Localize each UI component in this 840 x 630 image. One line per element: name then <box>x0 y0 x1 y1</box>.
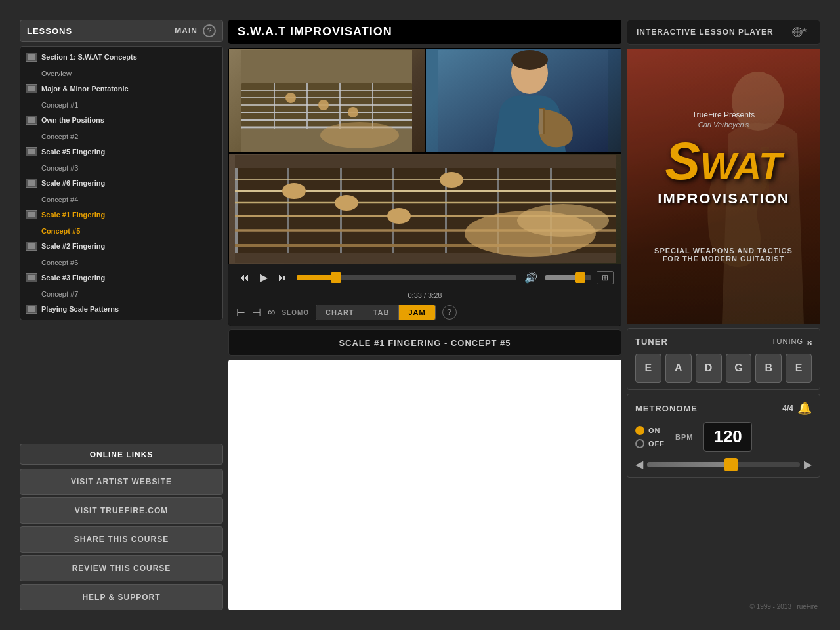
volume-bar[interactable] <box>545 275 591 280</box>
loop-button[interactable]: ∞ <box>268 306 275 318</box>
online-links-header: ONLINE LINKS <box>20 444 223 465</box>
video-cell-instructor <box>425 48 622 153</box>
lesson-item-concept2[interactable]: Concept #2 <box>20 128 222 144</box>
truefire-logo <box>784 26 810 39</box>
string-btn-2[interactable]: D <box>696 354 722 383</box>
string-btn-3[interactable]: G <box>726 354 752 383</box>
lessons-title: LESSONS <box>27 26 169 36</box>
lesson-section-scale2[interactable]: Scale #2 Fingering <box>20 238 222 254</box>
svg-rect-26 <box>287 168 289 253</box>
lesson-section-scale6[interactable]: Scale #6 Fingering <box>20 175 222 191</box>
svg-point-14 <box>348 107 358 117</box>
lesson-section-label-scale2: Scale #2 Fingering <box>41 242 105 250</box>
lesson-section-playing-scale[interactable]: Playing Scale Patterns <box>20 301 222 317</box>
review-course-button[interactable]: REVIEW THIS COURSE <box>20 555 223 581</box>
lesson-item-label-concept5: Concept #5 <box>41 227 80 235</box>
lesson-item-concept4[interactable]: Concept #4 <box>20 191 222 207</box>
bpm-value[interactable]: 120 <box>704 422 751 452</box>
cover-swat-logo: SWAT <box>654 135 793 188</box>
lesson-section-own-positions[interactable]: Own the Positions <box>20 112 222 128</box>
metro-on-row[interactable]: ON <box>635 426 665 435</box>
prev-lesson-button[interactable]: ⊢ <box>236 306 245 319</box>
course-cover: TrueFire Presents Carl Verheyen's SWAT I… <box>627 49 820 324</box>
cover-tagline-2: FOR THE MODERN GUITARIST <box>654 255 793 262</box>
rewind-button[interactable]: ⏮ <box>236 270 252 285</box>
metro-left-arrow[interactable]: ◀ <box>635 458 643 471</box>
lesson-section-scale5[interactable]: Scale #5 Fingering <box>20 144 222 159</box>
play-button[interactable]: ▶ <box>257 270 270 285</box>
visit-artist-button[interactable]: VISIT ARTIST WEBSITE <box>20 469 223 495</box>
string-btn-4[interactable]: B <box>755 354 782 383</box>
string-btn-5[interactable]: E <box>786 354 812 383</box>
volume-icon: 🔊 <box>522 270 540 285</box>
lesson-icon-scale2 <box>26 242 37 251</box>
time-display: 0:33 / 3:28 <box>408 291 442 299</box>
lesson-icon-scale6 <box>26 178 37 188</box>
lesson-item-concept3[interactable]: Concept #3 <box>20 159 222 175</box>
tab-tab[interactable]: TAB <box>364 305 400 320</box>
string-btn-0[interactable]: E <box>635 354 662 383</box>
svg-point-15 <box>320 122 399 148</box>
bpm-label: BPM <box>675 433 693 441</box>
metronome-title: METRONOME <box>635 404 698 413</box>
lesson-item-concept5[interactable]: Concept #5 <box>20 222 222 238</box>
help-support-button[interactable]: HELP & SUPPORT <box>20 584 223 610</box>
progress-row: ⏮ ▶ ⏭ 🔊 ⊞ <box>236 270 614 285</box>
metro-radio-group: ON OFF <box>635 426 665 448</box>
tuner-section: TUNER TUNING 𝄪 EADGBE <box>627 328 820 390</box>
cover-presents: TrueFire Presents <box>654 110 793 119</box>
metro-slider[interactable] <box>647 462 800 467</box>
interactive-header: INTERACTIVE LESSON PLAYER <box>627 20 820 45</box>
metronome-icon: 🔔 <box>797 401 812 415</box>
lesson-item-label-concept2: Concept #2 <box>41 133 78 140</box>
svg-rect-27 <box>340 168 342 253</box>
video-title: S.W.A.T IMPROVISATION <box>238 25 392 38</box>
video-header: S.W.A.T IMPROVISATION <box>228 20 621 44</box>
svg-point-18 <box>511 50 548 70</box>
visit-truefire-button[interactable]: VISIT TRUEFIRE.COM <box>20 497 223 524</box>
lessons-header: LESSONS MAIN ? <box>20 20 223 42</box>
metro-on-radio[interactable] <box>635 426 644 435</box>
expand-button[interactable]: ⊞ <box>597 271 614 284</box>
lesson-section-label-own-positions: Own the Positions <box>41 116 104 124</box>
svg-rect-25 <box>235 168 238 253</box>
tab-chart[interactable]: CHART <box>316 305 364 320</box>
lesson-item-concept7[interactable]: Concept #7 <box>20 285 222 301</box>
video-tab-group: CHARTTABJAM <box>316 304 436 320</box>
lesson-item-overview[interactable]: Overview <box>20 65 222 81</box>
lesson-icon-playing-scale <box>26 304 37 314</box>
help-icon[interactable]: ? <box>203 24 216 37</box>
lesson-section-major-minor[interactable]: Major & Minor Pentatonic <box>20 81 222 96</box>
tab-jam[interactable]: JAM <box>399 305 434 320</box>
lesson-icon-scale5 <box>26 147 37 156</box>
metro-slider-thumb <box>724 458 738 471</box>
video-cell-hands-top <box>228 48 425 153</box>
lesson-item-label-concept6: Concept #6 <box>41 259 78 266</box>
prev-section-button[interactable]: ⊣ <box>252 306 261 319</box>
lesson-item-label-concept3: Concept #3 <box>41 164 78 172</box>
metro-off-row[interactable]: OFF <box>635 439 665 448</box>
lesson-item-concept1[interactable]: Concept #1 <box>20 96 222 112</box>
metro-off-label: OFF <box>648 440 665 448</box>
interactive-title: INTERACTIVE LESSON PLAYER <box>637 28 774 37</box>
progress-bar[interactable] <box>297 275 516 280</box>
progress-fill <box>297 275 336 280</box>
string-btn-1[interactable]: A <box>665 354 692 383</box>
tuner-strings: EADGBE <box>635 354 812 383</box>
lesson-item-label-concept7: Concept #7 <box>41 290 78 298</box>
cover-tagline-1: SPECIAL WEAPONS AND TACTICS <box>654 247 793 255</box>
fast-forward-button[interactable]: ⏭ <box>276 270 291 285</box>
lesson-item-concept6[interactable]: Concept #6 <box>20 254 222 270</box>
svg-point-38 <box>282 183 306 199</box>
lesson-section-scale3[interactable]: Scale #3 Fingering <box>20 270 222 285</box>
metro-off-radio[interactable] <box>635 439 644 448</box>
share-course-button[interactable]: SHARE THIS COURSE <box>20 526 223 553</box>
concept-label: SCALE #1 FINGERING - CONCEPT #5 <box>339 338 511 348</box>
time-sig: 4/4 <box>782 404 793 413</box>
lesson-section-label-scale3: Scale #3 Fingering <box>41 274 105 282</box>
help-button[interactable]: ? <box>442 305 457 320</box>
lesson-section-section1[interactable]: Section 1: S.W.AT Concepts <box>20 49 222 65</box>
lesson-icon-scale1 <box>26 210 37 219</box>
metro-right-arrow[interactable]: ▶ <box>804 458 812 471</box>
lesson-section-scale1[interactable]: Scale #1 Fingering <box>20 207 222 222</box>
